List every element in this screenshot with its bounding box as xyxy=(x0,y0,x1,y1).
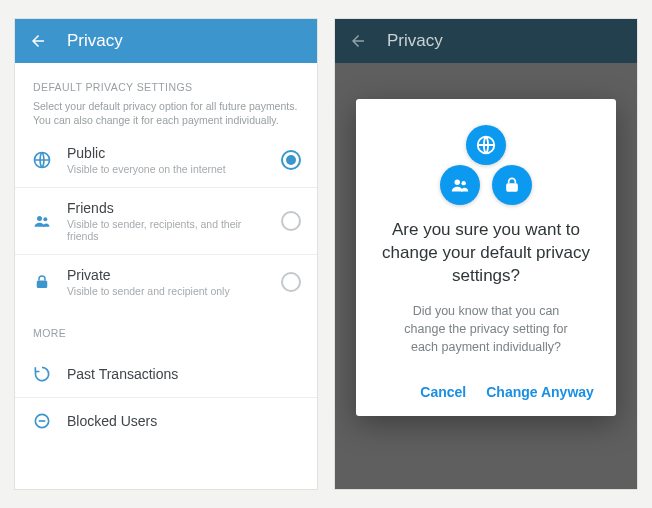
svg-point-8 xyxy=(461,181,465,185)
confirm-button[interactable]: Change Anyway xyxy=(486,384,594,400)
option-support: Visible to everyone on the internet xyxy=(67,163,267,175)
privacy-option-private[interactable]: Private Visible to sender and recipient … xyxy=(15,254,317,309)
more-item-past-transactions[interactable]: Past Transactions xyxy=(15,351,317,397)
option-label: Private xyxy=(67,267,267,283)
globe-icon xyxy=(466,125,506,165)
friends-icon xyxy=(31,210,53,232)
lock-icon xyxy=(31,271,53,293)
app-bar-title: Privacy xyxy=(67,31,123,51)
lock-icon xyxy=(492,165,532,205)
privacy-settings-screen: Privacy DEFAULT PRIVACY SETTINGS Select … xyxy=(14,18,318,490)
globe-icon xyxy=(31,149,53,171)
default-privacy-section-header: DEFAULT PRIVACY SETTINGS Select your def… xyxy=(15,63,317,133)
more-section-header: MORE xyxy=(15,309,317,351)
section-description: Select your default privacy option for a… xyxy=(33,99,299,127)
radio-unselected[interactable] xyxy=(281,211,301,231)
dialog-heading: Are you sure you want to change your def… xyxy=(376,219,596,288)
dialog-scrim[interactable]: Are you sure you want to change your def… xyxy=(335,63,637,489)
svg-rect-3 xyxy=(37,281,48,289)
blocked-icon xyxy=(31,410,53,432)
more-item-blocked-users[interactable]: Blocked Users xyxy=(15,397,317,444)
privacy-option-public[interactable]: Public Visible to everyone on the intern… xyxy=(15,133,317,187)
svg-point-7 xyxy=(455,180,461,186)
more-item-label: Past Transactions xyxy=(67,366,301,382)
dialog-body: Did you know that you can change the pri… xyxy=(376,302,596,356)
svg-point-1 xyxy=(37,216,42,221)
app-bar: Privacy xyxy=(15,19,317,63)
more-item-label: Blocked Users xyxy=(67,413,301,429)
dialog-actions: Cancel Change Anyway xyxy=(376,378,596,404)
app-bar-title: Privacy xyxy=(387,31,443,51)
privacy-icon-cluster xyxy=(436,125,536,205)
radio-unselected[interactable] xyxy=(281,272,301,292)
option-support: Visible to sender and recipient only xyxy=(67,285,267,297)
svg-point-2 xyxy=(43,218,47,222)
privacy-options-list: Public Visible to everyone on the intern… xyxy=(15,133,317,309)
option-label: Friends xyxy=(67,200,267,216)
section-heading: MORE xyxy=(33,327,299,339)
app-bar: Privacy xyxy=(335,19,637,63)
back-button xyxy=(349,32,367,50)
arrow-left-icon xyxy=(349,32,367,50)
section-heading: DEFAULT PRIVACY SETTINGS xyxy=(33,81,299,93)
friends-icon xyxy=(440,165,480,205)
radio-selected[interactable] xyxy=(281,150,301,170)
option-support: Visible to sender, recipients, and their… xyxy=(67,218,267,242)
option-label: Public xyxy=(67,145,267,161)
confirm-dialog: Are you sure you want to change your def… xyxy=(356,99,616,416)
history-icon xyxy=(31,363,53,385)
arrow-left-icon xyxy=(29,32,47,50)
more-list: Past Transactions Blocked Users xyxy=(15,351,317,444)
svg-rect-9 xyxy=(506,183,518,191)
cancel-button[interactable]: Cancel xyxy=(420,384,466,400)
privacy-confirm-dialog-screen: Privacy Are you sure you want to change … xyxy=(334,18,638,490)
privacy-option-friends[interactable]: Friends Visible to sender, recipients, a… xyxy=(15,187,317,254)
back-button[interactable] xyxy=(29,32,47,50)
